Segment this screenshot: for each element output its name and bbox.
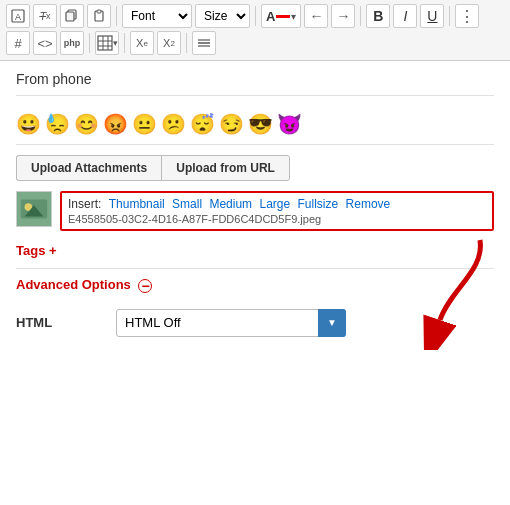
tags-row: Tags + (16, 243, 494, 258)
code-btn[interactable]: <> (33, 31, 57, 55)
svg-text:A: A (15, 12, 21, 22)
separator-4 (449, 6, 450, 26)
text-color-btn[interactable]: A ▾ (261, 4, 301, 28)
html-label: HTML (16, 315, 96, 330)
toolbar-row-2: # <> php ▾ Xe X2 (6, 31, 504, 55)
upload-buttons: Upload Attachments Upload from URL (16, 155, 494, 181)
toolbar-row-1: A T x Font Size A (6, 4, 504, 28)
more-btn[interactable]: ⋮ (455, 4, 479, 28)
file-row: Insert: Thumbnail Small Medium Large Ful… (16, 191, 494, 231)
html-row: HTML HTML Off HTML On (16, 303, 494, 343)
emoji-8[interactable]: 😏 (219, 112, 244, 136)
bold-btn[interactable]: B (366, 4, 390, 28)
separator-3 (360, 6, 361, 26)
advanced-options-text: Advanced Options (16, 277, 131, 292)
paste-btn[interactable] (87, 4, 111, 28)
font-selector[interactable]: Font (122, 4, 192, 28)
undo-btn[interactable]: ← (304, 4, 328, 28)
tags-link[interactable]: Tags + (16, 243, 57, 258)
insert-label: Insert: (68, 197, 101, 211)
collapse-icon: − (138, 279, 152, 293)
format-text-btn[interactable]: A (6, 4, 30, 28)
clear-format-btn[interactable]: T x (33, 4, 57, 28)
upload-url-btn[interactable]: Upload from URL (161, 155, 290, 181)
emoji-9[interactable]: 😎 (248, 112, 273, 136)
color-dropdown-arrow: ▾ (291, 11, 296, 22)
redo-btn[interactable]: → (331, 4, 355, 28)
file-info: Insert: Thumbnail Small Medium Large Ful… (60, 191, 494, 231)
upload-attachments-btn[interactable]: Upload Attachments (16, 155, 161, 181)
separator-2 (255, 6, 256, 26)
emoji-7[interactable]: 😴 (190, 112, 215, 136)
html-select-wrapper: HTML Off HTML On (116, 309, 346, 337)
hashtag-btn[interactable]: # (6, 31, 30, 55)
italic-btn[interactable]: I (393, 4, 417, 28)
file-thumbnail (16, 191, 52, 227)
emoji-3[interactable]: 😊 (74, 112, 99, 136)
html-select[interactable]: HTML Off HTML On (116, 309, 346, 337)
separator-1 (116, 6, 117, 26)
emoji-6[interactable]: 😕 (161, 112, 186, 136)
remove-link[interactable]: Remove (346, 197, 391, 211)
size-selector[interactable]: Size (195, 4, 250, 28)
page-wrapper: A T x Font Size A (0, 0, 510, 505)
svg-rect-5 (97, 10, 101, 13)
separator-6 (124, 33, 125, 53)
subscript-btn[interactable]: Xe (130, 31, 154, 55)
superscript-btn[interactable]: X2 (157, 31, 181, 55)
thumbnail-link[interactable]: Thumbnail (109, 197, 165, 211)
emoji-2[interactable]: 😓 (45, 112, 70, 136)
table-dropdown-icon: ▾ (113, 38, 118, 48)
large-link[interactable]: Large (259, 197, 290, 211)
emoji-4[interactable]: 😡 (103, 112, 128, 136)
file-name: E4558505-03C2-4D16-A87F-FDD6C4DCD5F9.jpe… (68, 213, 486, 225)
separator-7 (186, 33, 187, 53)
emoji-row: 😀 😓 😊 😡 😐 😕 😴 😏 😎 😈 (16, 104, 494, 145)
from-phone-label: From phone (16, 71, 494, 96)
toolbar: A T x Font Size A (0, 0, 510, 61)
emoji-10[interactable]: 😈 (277, 112, 302, 136)
svg-rect-3 (66, 12, 74, 21)
copy-btn[interactable] (60, 4, 84, 28)
table-btn[interactable]: ▾ (95, 31, 119, 55)
small-link[interactable]: Small (172, 197, 202, 211)
emoji-1[interactable]: 😀 (16, 112, 41, 136)
emoji-5[interactable]: 😐 (132, 112, 157, 136)
svg-rect-6 (98, 36, 112, 50)
file-insert-row: Insert: Thumbnail Small Medium Large Ful… (68, 197, 486, 211)
hr-btn[interactable] (192, 31, 216, 55)
color-underline (276, 15, 290, 18)
php-btn[interactable]: php (60, 31, 84, 55)
underline-btn[interactable]: U (420, 4, 444, 28)
medium-link[interactable]: Medium (209, 197, 252, 211)
fullsize-link[interactable]: Fullsize (298, 197, 339, 211)
advanced-options: Advanced Options − (16, 268, 494, 293)
color-a-label: A (266, 9, 275, 24)
advanced-options-label[interactable]: Advanced Options − (16, 277, 152, 292)
content-area: From phone 😀 😓 😊 😡 😐 😕 😴 😏 😎 😈 Upload At… (0, 61, 510, 353)
separator-5 (89, 33, 90, 53)
